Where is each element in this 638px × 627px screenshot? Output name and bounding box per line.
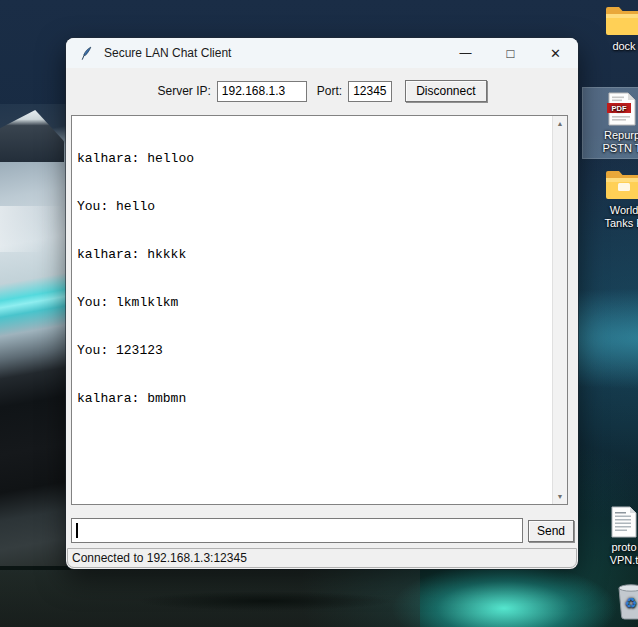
tk-feather-icon <box>79 46 94 61</box>
chat-message: You: 123123 <box>77 343 547 359</box>
desktop-icon-world-tanks-folder[interactable]: World Tanks E <box>585 168 638 230</box>
chat-message: kalhara: hkkkk <box>77 247 547 263</box>
icon-label: dock <box>585 40 638 53</box>
car-glint <box>0 206 70 252</box>
desktop-icon-proton-vpn-file[interactable]: proto VPN.t <box>585 506 638 567</box>
pdf-icon: PDF <box>607 92 637 126</box>
chat-message: kalhara: bmbmn <box>77 391 547 407</box>
port-label: Port: <box>317 84 342 98</box>
svg-text:♻: ♻ <box>625 595 638 611</box>
icon-label: PSTN T <box>583 142 638 155</box>
chat-message: You: hello <box>77 199 547 215</box>
server-ip-label: Server IP: <box>157 84 210 98</box>
text-file-icon <box>610 506 638 538</box>
desktop-icon-recycle-bin[interactable]: ♻ <box>592 580 638 623</box>
folder-icon <box>604 4 638 37</box>
svg-text:PDF: PDF <box>612 104 627 113</box>
connection-toolbar: Server IP: Port: Disconnect <box>66 68 578 114</box>
message-composer: Send <box>66 517 578 544</box>
connection-status-text: Connected to 192.168.1.3:12345 <box>72 551 247 565</box>
status-bar: Connected to 192.168.1.3:12345 <box>67 548 577 568</box>
recycle-bin-icon: ♻ <box>614 580 638 620</box>
icon-label: Repurp <box>583 129 638 142</box>
icon-label: proto <box>585 541 638 554</box>
folder-icon <box>604 168 638 201</box>
window-title: Secure LAN Chat Client <box>104 46 231 60</box>
sports-car-image <box>0 104 70 566</box>
scroll-down-icon[interactable]: ▼ <box>553 489 567 504</box>
window-controls: — □ ✕ <box>443 38 578 68</box>
titlebar[interactable]: Secure LAN Chat Client — □ ✕ <box>66 38 578 68</box>
chat-messages[interactable]: kalhara: helloo You: hello kalhara: hkkk… <box>72 116 552 504</box>
close-button[interactable]: ✕ <box>533 38 578 68</box>
desktop-icon-dock-folder[interactable]: dock <box>585 4 638 53</box>
icon-label: Tanks E <box>585 217 638 230</box>
chat-client-window: Secure LAN Chat Client — □ ✕ Server IP: … <box>66 38 578 569</box>
scroll-up-icon[interactable]: ▲ <box>553 116 567 131</box>
text-caret <box>76 523 78 538</box>
chat-message: kalhara: helloo <box>77 151 547 167</box>
chat-log-area: kalhara: helloo You: hello kalhara: hkkk… <box>71 115 568 505</box>
icon-label: VPN.t <box>585 554 638 567</box>
car-spoiler <box>0 110 64 162</box>
minimize-button[interactable]: — <box>443 38 488 68</box>
chat-message: You: lkmlklkm <box>77 295 547 311</box>
car-silhouette <box>110 588 420 614</box>
server-ip-input[interactable] <box>217 81 307 102</box>
send-button[interactable]: Send <box>528 520 574 542</box>
desktop-icon-pdf-repurp[interactable]: PDF Repurp PSTN T <box>583 88 638 158</box>
icon-label: World <box>585 204 638 217</box>
vertical-scrollbar[interactable]: ▲ ▼ <box>552 116 567 504</box>
port-input[interactable] <box>348 81 392 102</box>
message-input[interactable] <box>71 518 523 543</box>
disconnect-button[interactable]: Disconnect <box>405 80 486 102</box>
maximize-button[interactable]: □ <box>488 38 533 68</box>
